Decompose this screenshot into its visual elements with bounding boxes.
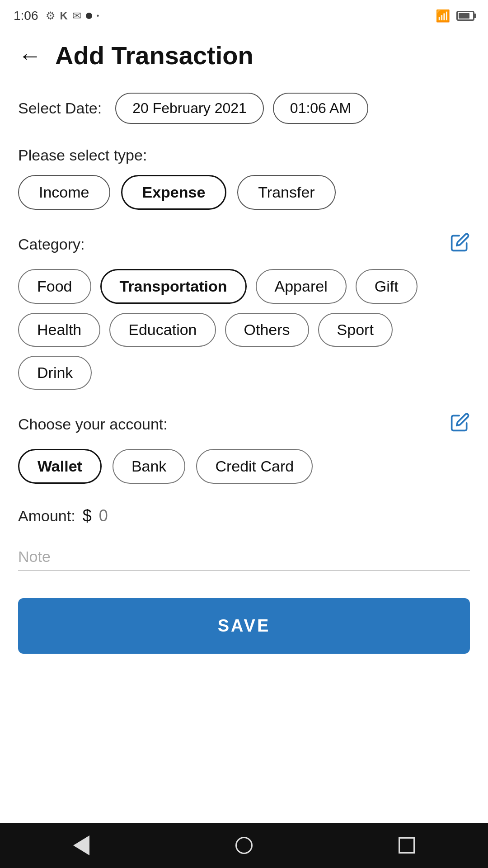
status-bar: 1:06 ⚙ K ✉ • 📶 bbox=[0, 0, 488, 32]
category-chips: Food Transportation Apparel Gift Health … bbox=[18, 269, 470, 390]
type-expense-button[interactable]: Expense bbox=[121, 175, 227, 210]
category-section: Category: Food Transportation Apparel Gi… bbox=[18, 232, 470, 390]
chip-apparel[interactable]: Apparel bbox=[256, 269, 347, 304]
date-row: Select Date: 20 February 2021 01:06 AM bbox=[18, 93, 470, 124]
amount-section: Amount: $ bbox=[18, 506, 470, 525]
chip-education[interactable]: Education bbox=[109, 313, 216, 347]
status-time: 1:06 bbox=[14, 9, 38, 23]
nav-home-button[interactable] bbox=[222, 832, 266, 859]
type-income-button[interactable]: Income bbox=[18, 175, 110, 210]
account-edit-icon[interactable] bbox=[450, 412, 470, 436]
type-label: Please select type: bbox=[18, 146, 470, 164]
type-buttons: Income Expense Transfer bbox=[18, 175, 470, 210]
signal-icon: 📶 bbox=[436, 9, 450, 23]
nav-recent-button[interactable] bbox=[385, 833, 428, 858]
nav-back-button[interactable] bbox=[60, 831, 103, 860]
dot-small-icon: • bbox=[97, 12, 99, 20]
header: ← Add Transaction bbox=[18, 41, 470, 70]
account-label: Choose your account: bbox=[18, 415, 168, 433]
account-header: Choose your account: bbox=[18, 412, 470, 436]
save-button[interactable]: SAVE bbox=[18, 598, 470, 654]
time-picker-button[interactable]: 01:06 AM bbox=[273, 93, 368, 124]
chip-bank[interactable]: Bank bbox=[113, 449, 186, 484]
chip-food[interactable]: Food bbox=[18, 269, 91, 304]
battery-icon bbox=[456, 11, 474, 21]
settings-icon: ⚙ bbox=[46, 9, 56, 22]
amount-currency: $ bbox=[83, 506, 92, 525]
category-edit-icon[interactable] bbox=[450, 232, 470, 256]
account-chips: Wallet Bank Credit Card bbox=[18, 449, 470, 484]
date-picker-button[interactable]: 20 February 2021 bbox=[115, 93, 264, 124]
type-section: Please select type: Income Expense Trans… bbox=[18, 146, 470, 210]
chip-wallet[interactable]: Wallet bbox=[18, 449, 102, 484]
amount-input[interactable] bbox=[99, 506, 189, 525]
chip-gift[interactable]: Gift bbox=[356, 269, 418, 304]
category-header: Category: bbox=[18, 232, 470, 256]
type-transfer-button[interactable]: Transfer bbox=[237, 175, 335, 210]
chip-sport[interactable]: Sport bbox=[318, 313, 393, 347]
note-input[interactable] bbox=[18, 543, 470, 571]
bottom-nav-bar bbox=[0, 823, 488, 868]
chip-others[interactable]: Others bbox=[225, 313, 309, 347]
page-title: Add Transaction bbox=[55, 41, 253, 70]
mail-icon: ✉ bbox=[72, 9, 81, 22]
status-right: 📶 bbox=[436, 9, 474, 23]
chip-transportation[interactable]: Transportation bbox=[100, 269, 247, 304]
date-label: Select Date: bbox=[18, 99, 102, 117]
chip-drink[interactable]: Drink bbox=[18, 356, 92, 390]
chip-health[interactable]: Health bbox=[18, 313, 100, 347]
dot-icon bbox=[86, 13, 92, 19]
amount-label: Amount: bbox=[18, 507, 75, 525]
category-label: Category: bbox=[18, 236, 84, 253]
account-section: Choose your account: Wallet Bank Credit … bbox=[18, 412, 470, 484]
back-button[interactable]: ← bbox=[18, 44, 42, 67]
note-section bbox=[18, 543, 470, 571]
chip-credit-card[interactable]: Credit Card bbox=[196, 449, 313, 484]
k-icon: K bbox=[60, 9, 68, 22]
